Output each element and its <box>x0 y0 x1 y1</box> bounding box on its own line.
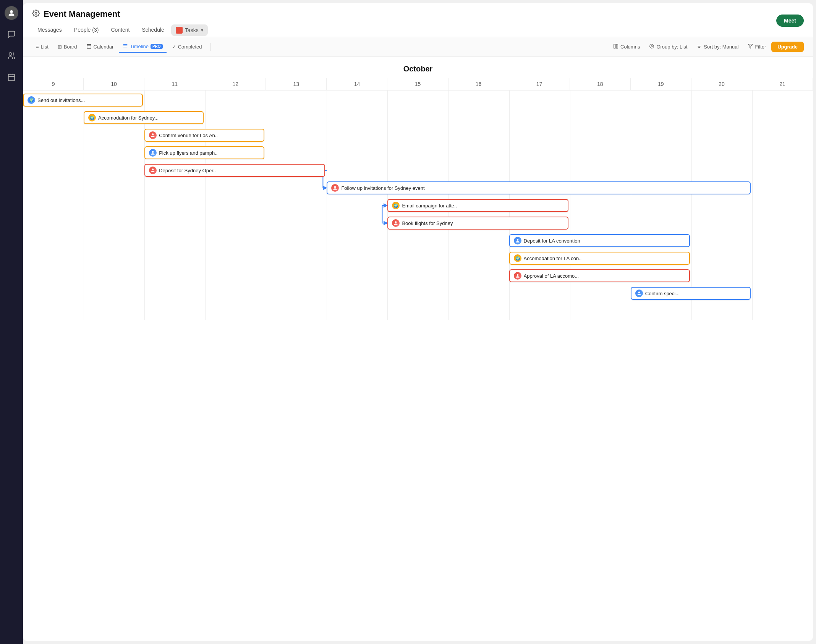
title-row: Event Management <box>32 9 776 19</box>
svg-point-0 <box>10 10 13 13</box>
task-bar-t3[interactable]: Confirm venue for Los An.. <box>144 129 264 142</box>
board-icon: ⊞ <box>58 44 62 50</box>
task-bar-t11[interactable]: Approval of LA accomo... <box>509 269 690 282</box>
upgrade-button[interactable]: Upgrade <box>771 42 804 52</box>
calendar-icon-sm <box>86 44 92 50</box>
check-icon: ✓ <box>172 44 176 50</box>
task-bar-t2[interactable]: 🌍Accomodation for Sydney... <box>84 111 204 124</box>
grid-line-5 <box>327 91 327 320</box>
columns-icon <box>613 44 618 50</box>
task-avatar: 🌍 <box>514 254 521 262</box>
task-label: Approval of LA accomo... <box>524 273 579 279</box>
completed-label: Completed <box>178 44 202 50</box>
task-bar-t1[interactable]: 🌍Send out invitations... <box>23 94 143 107</box>
sort-button[interactable]: Sort by: Manual <box>693 41 742 52</box>
sort-label: Sort by: Manual <box>704 44 738 50</box>
sort-icon <box>696 44 702 50</box>
svg-point-30 <box>638 291 640 293</box>
task-label: Confirm speci... <box>645 291 680 296</box>
task-label: Follow up invitations for Sydney event <box>341 185 424 191</box>
task-avatar <box>331 184 339 192</box>
task-label: Accomodation for LA con.. <box>524 256 582 261</box>
svg-point-1 <box>9 53 12 55</box>
task-label: Deposit for LA convention <box>524 238 580 244</box>
task-label: Book flights for Sydney <box>402 220 453 226</box>
filter-button[interactable]: Filter <box>744 41 770 52</box>
date-14: 14 <box>327 78 387 90</box>
grid-line-10 <box>631 91 631 320</box>
task-avatar <box>514 272 521 280</box>
list-icon: ≡ <box>36 44 39 50</box>
task-bar-t8[interactable]: Book flights for Sydney <box>387 217 568 230</box>
columns-label: Columns <box>620 44 640 50</box>
tasks-dropdown-icon[interactable]: ▾ <box>201 28 203 33</box>
date-18: 18 <box>570 78 631 90</box>
task-bar-t12[interactable]: Confirm speci... <box>631 287 751 300</box>
filter-label: Filter <box>755 44 766 50</box>
date-15: 15 <box>387 78 448 90</box>
date-21: 21 <box>752 78 813 90</box>
completed-view-button[interactable]: ✓ Completed <box>168 42 206 52</box>
board-view-button[interactable]: ⊞ Board <box>54 42 81 52</box>
grid-line-9 <box>570 91 570 320</box>
task-bar-t9[interactable]: Deposit for LA convention <box>509 234 690 247</box>
tab-tasks[interactable]: Tasks ▾ <box>171 24 208 36</box>
task-avatar: 🌍 <box>88 114 96 121</box>
calendar-view-button[interactable]: Calendar <box>83 41 118 52</box>
date-row: 9 10 11 12 13 14 15 16 17 18 19 20 21 <box>23 78 813 91</box>
tab-people[interactable]: People (3) <box>69 24 104 37</box>
grid-line-4 <box>266 91 266 320</box>
task-avatar <box>392 219 400 227</box>
task-bar-t10[interactable]: 🌍Accomodation for LA con.. <box>509 252 690 265</box>
timeline-wrapper: October 9 10 11 12 13 14 15 16 17 18 19 … <box>23 57 813 641</box>
svg-point-6 <box>35 12 37 14</box>
list-view-button[interactable]: ≡ List <box>32 42 52 52</box>
grid-line-11 <box>691 91 692 320</box>
task-bar-t7[interactable]: 🌍Email campaign for atte.. <box>387 199 568 212</box>
columns-button[interactable]: Columns <box>609 41 644 52</box>
timeline-label: Timeline <box>130 44 149 49</box>
task-bar-t5[interactable]: Deposit for Sydney Oper.. <box>144 164 325 177</box>
people-icon[interactable] <box>5 49 18 63</box>
grid-line-12 <box>752 91 753 320</box>
svg-point-24 <box>152 151 154 153</box>
chat-icon[interactable] <box>5 28 18 41</box>
nav-tabs: Messages People (3) Content Schedule Tas… <box>32 24 776 37</box>
svg-point-16 <box>651 45 653 47</box>
toolbar-right: Columns Group by: List Sort by: Manual F… <box>609 41 804 52</box>
board-label: Board <box>64 44 77 50</box>
svg-rect-2 <box>8 74 15 81</box>
tab-messages[interactable]: Messages <box>32 24 67 37</box>
grid-line-1 <box>84 91 84 320</box>
pro-badge: PRO <box>151 44 163 49</box>
tab-schedule[interactable]: Schedule <box>136 24 169 37</box>
avatar[interactable] <box>5 6 18 20</box>
task-bar-t6[interactable]: Follow up invitations for Sydney event <box>327 181 751 194</box>
task-bar-t4[interactable]: Pick up flyers and pamph.. <box>144 146 264 159</box>
timeline-view-button[interactable]: Timeline PRO <box>119 41 166 53</box>
meet-button[interactable]: Meet <box>776 15 804 27</box>
timeline-icon <box>123 43 128 50</box>
task-label: Email campaign for atte.. <box>402 203 457 209</box>
task-avatar <box>149 131 157 139</box>
tasks-icon <box>176 27 183 34</box>
group-button[interactable]: Group by: List <box>645 41 691 52</box>
svg-rect-7 <box>87 44 91 49</box>
svg-rect-15 <box>616 44 618 49</box>
svg-point-23 <box>152 133 154 135</box>
task-avatar <box>149 167 157 174</box>
date-11: 11 <box>144 78 205 90</box>
task-avatar <box>514 237 521 244</box>
svg-point-17 <box>650 44 654 49</box>
main-panel: Event Management Messages People (3) Con… <box>23 3 813 641</box>
tab-content[interactable]: Content <box>105 24 135 37</box>
calendar-icon[interactable] <box>5 70 18 84</box>
task-avatar <box>149 149 157 157</box>
toolbar-divider <box>210 43 211 51</box>
app-title: Event Management <box>44 9 120 19</box>
task-label: Accomodation for Sydney... <box>98 115 159 121</box>
group-icon <box>649 44 654 50</box>
header: Event Management Messages People (3) Con… <box>23 3 813 37</box>
gear-icon[interactable] <box>32 10 40 19</box>
grid-line-3 <box>205 91 206 320</box>
